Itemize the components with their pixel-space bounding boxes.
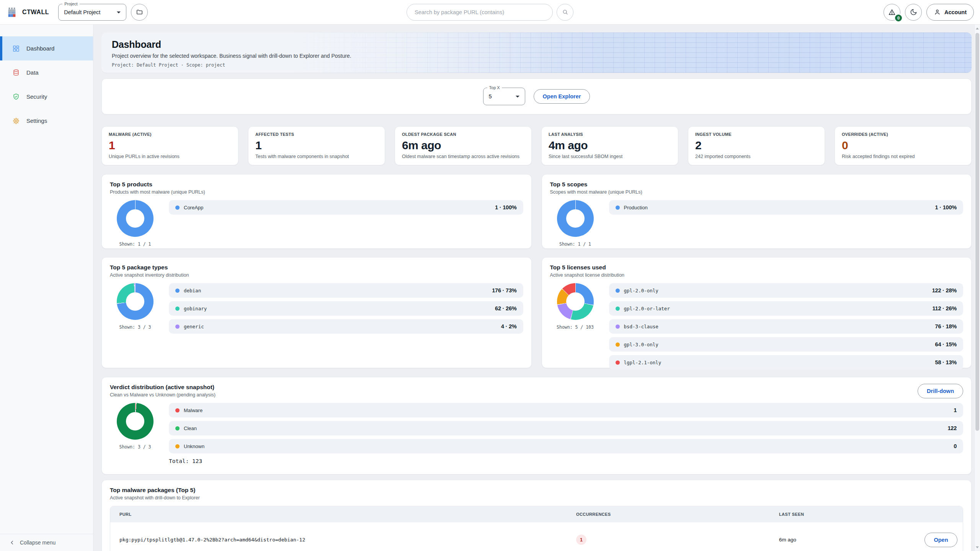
project-select-label: Project: [62, 1, 79, 7]
legend-dot: [616, 360, 620, 365]
legend-value: 4 · 2%: [501, 323, 517, 329]
stat-value: 4m ago: [549, 139, 671, 152]
card-subtitle: Products with most malware (unique PURLs…: [110, 189, 523, 195]
top-package-types-card: Top 5 package types Active snapshot inve…: [101, 257, 532, 368]
open-explorer-button[interactable]: Open Explorer: [534, 89, 590, 104]
sidebar-item-label: Security: [26, 93, 47, 100]
collapse-menu-button[interactable]: Collapse menu: [0, 534, 93, 551]
dark-mode-toggle[interactable]: [905, 4, 922, 21]
account-button[interactable]: Account: [926, 4, 974, 21]
legend-item: CoreApp1 · 100%: [169, 200, 523, 215]
scopes-donut-chart: [557, 200, 594, 237]
scrollbar-thumb[interactable]: [975, 33, 979, 431]
malware-packages-table: PURL OCCURRENCES LAST SEEN pkg:pypi/tpsp…: [110, 506, 963, 551]
sidebar: Dashboard Data Security: [0, 24, 93, 551]
sidebar-item-security[interactable]: Security: [0, 85, 93, 109]
stat-caption: Since last successful SBOM ingest: [549, 154, 671, 159]
sidebar-item-settings[interactable]: Settings: [0, 109, 93, 133]
legend-dot: [175, 205, 180, 210]
legend-value: 58 · 13%: [935, 359, 957, 365]
open-button[interactable]: Open: [924, 533, 957, 547]
legend-label: Unknown: [184, 443, 204, 449]
legend-label: gpl-2.0-only: [624, 288, 658, 293]
shown-counter: Shown: 1 / 1: [119, 241, 151, 247]
stat-caption: Tests with malware components in snapsho…: [255, 154, 378, 159]
stat-label: INGEST VOLUME: [695, 132, 818, 137]
legend-value: 64 · 15%: [935, 341, 957, 347]
dashboard-toolbar: Top X 5 Open Explorer: [101, 78, 972, 114]
purl-cell: pkg:pypi/tpsplitlgtb@1.47.0-2%2Bb2?arch=…: [110, 537, 567, 543]
collapse-menu-label: Collapse menu: [20, 540, 56, 546]
legend-dot: [175, 306, 180, 311]
card-title: Top 5 licenses used: [550, 264, 964, 271]
project-folder-button[interactable]: [131, 4, 148, 21]
card-title: Verdict distribution (active snapshot): [110, 384, 216, 391]
top-scopes-card: Top 5 scopes Scopes with most malware (u…: [542, 174, 972, 249]
scopes-legend: Production1 · 100%: [609, 200, 964, 247]
stat-value: 1: [255, 139, 378, 152]
legend-value: 1 · 100%: [935, 204, 957, 210]
legend-value: 62 · 26%: [495, 305, 516, 311]
legend-label: Clean: [184, 425, 197, 431]
page-scrollbar[interactable]: [974, 24, 980, 551]
gear-icon: [12, 117, 20, 125]
shield-check-icon: [12, 93, 20, 101]
legend-dot: [175, 324, 180, 329]
legend-item: Clean122: [169, 421, 963, 435]
account-label: Account: [944, 9, 967, 15]
legend-value: 112 · 26%: [933, 305, 957, 311]
dashboard-grid-icon: [12, 45, 20, 52]
actions-cell: Open: [915, 533, 963, 547]
stat-card-affected-tests: AFFECTED TESTS 1 Tests with malware comp…: [248, 126, 385, 165]
sidebar-item-data[interactable]: Data: [0, 60, 93, 85]
stat-card-ingest-volume: INGEST VOLUME 2 242 imported components: [688, 126, 825, 165]
column-header-occurrences: OCCURRENCES: [567, 512, 770, 517]
verdict-distribution-card: Verdict distribution (active snapshot) C…: [101, 377, 972, 474]
legend-value: 0: [954, 443, 957, 449]
drill-down-button[interactable]: Drill-down: [918, 384, 963, 398]
sidebar-item-dashboard[interactable]: Dashboard: [0, 36, 93, 60]
legend-dot: [175, 408, 180, 412]
table-header-row: PURL OCCURRENCES LAST SEEN: [110, 506, 963, 522]
stat-label: AFFECTED TESTS: [255, 132, 378, 137]
stat-label: MALWARE (ACTIVE): [109, 132, 231, 137]
card-title: Top 5 package types: [110, 264, 523, 271]
stat-label: OVERRIDES (ACTIVE): [842, 132, 964, 137]
search-button[interactable]: [557, 4, 573, 21]
scrollbar-down-arrow[interactable]: [975, 544, 980, 550]
legend-label: gpl-3.0-only: [624, 342, 658, 347]
stat-caption: Oldest malware scan timestamp across act…: [402, 154, 524, 159]
main-content: Dashboard Project overview for the selec…: [93, 24, 980, 551]
stat-card-overrides-active: OVERRIDES (ACTIVE) 0 Risk accepted findi…: [835, 126, 972, 165]
legend-dot: [616, 205, 620, 210]
stat-card-oldest-package-scan: OLDEST PACKAGE SCAN 6m ago Oldest malwar…: [395, 126, 532, 165]
folder-icon: [136, 8, 143, 16]
occurrences-badge: 1: [576, 535, 586, 545]
licenses-donut-chart: [557, 283, 594, 320]
alerts-count-badge: 0: [894, 14, 903, 22]
legend-item: bsd-3-clause76 · 18%: [609, 319, 964, 334]
topx-select[interactable]: Top X 5: [483, 88, 525, 105]
shown-counter: Shown: 3 / 3: [119, 444, 151, 450]
legend-item: gpl-3.0-only64 · 15%: [609, 337, 964, 352]
package-types-legend: debian176 · 73%gobinary62 · 26%generic4 …: [169, 283, 523, 334]
legend-label: bsd-3-clause: [624, 324, 658, 329]
last-seen-cell: 6m ago: [770, 537, 915, 543]
legend-value: 122: [947, 425, 957, 431]
card-subtitle: Clean vs Malware vs Unknown (pending ana…: [110, 392, 216, 398]
licenses-legend: gpl-2.0-only122 · 28%gpl-2.0-or-later112…: [609, 283, 964, 370]
project-select[interactable]: Project Default Project: [58, 4, 126, 21]
products-donut-chart: [117, 200, 154, 237]
legend-dot: [616, 289, 620, 293]
legend-item: gobinary62 · 26%: [169, 301, 523, 316]
moon-icon: [910, 8, 917, 16]
sidebar-item-label: Settings: [26, 117, 47, 124]
stat-caption: Unique PURLs in active revisions: [109, 154, 231, 159]
legend-dot: [175, 444, 180, 448]
legend-dot: [616, 324, 620, 329]
search-input[interactable]: [407, 4, 553, 21]
legend-item: Malware1: [169, 403, 963, 417]
shown-counter: Shown: 3 / 3: [119, 324, 151, 330]
scrollbar-up-arrow[interactable]: [975, 25, 980, 31]
stat-value: 1: [109, 139, 231, 152]
